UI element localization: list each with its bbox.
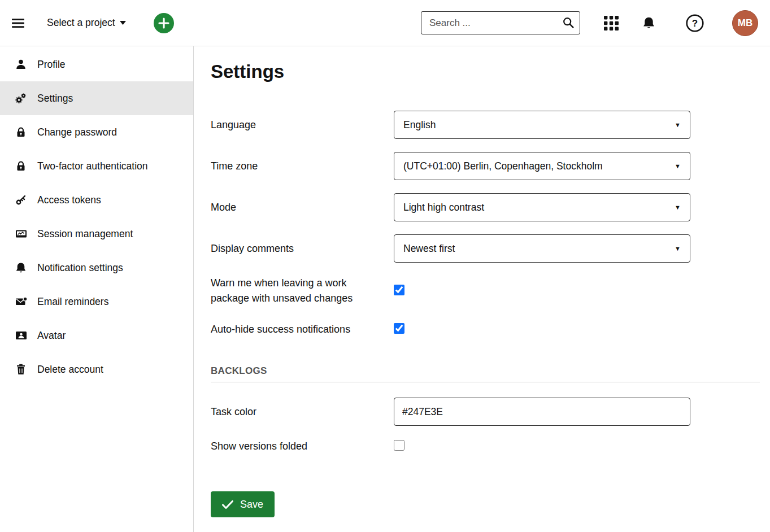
language-row: Language English ▼ xyxy=(211,111,760,139)
sidebar-item-change-password[interactable]: Change password xyxy=(0,115,193,149)
gears-icon xyxy=(14,92,28,104)
question-icon: ? xyxy=(686,14,704,32)
warn-unsaved-label: Warn me when leaving a work package with… xyxy=(211,276,394,306)
settings-panel: Settings Language English ▼ Time zone (U… xyxy=(194,46,770,532)
task-color-label: Task color xyxy=(211,404,394,420)
project-selector[interactable]: Select a project xyxy=(47,17,126,29)
chevron-down-icon: ▼ xyxy=(675,163,681,169)
autohide-success-row: Auto-hide success notifications xyxy=(211,322,760,337)
project-selector-label: Select a project xyxy=(47,17,115,29)
sidebar-item-session-management[interactable]: Session management xyxy=(0,217,193,251)
autohide-success-label: Auto-hide success notifications xyxy=(211,322,394,337)
sidebar-item-access-tokens[interactable]: Access tokens xyxy=(0,183,193,217)
timezone-select-value: (UTC+01:00) Berlin, Copenhagen, Stockhol… xyxy=(403,160,603,172)
timezone-select[interactable]: (UTC+01:00) Berlin, Copenhagen, Stockhol… xyxy=(394,152,690,180)
chevron-down-icon: ▼ xyxy=(675,204,681,211)
sidebar-item-delete-account[interactable]: Delete account xyxy=(0,352,193,386)
user-icon xyxy=(14,59,28,70)
key-icon xyxy=(14,194,28,206)
user-avatar[interactable]: MB xyxy=(732,10,758,36)
topbar: Select a project xyxy=(0,0,770,46)
grid-icon xyxy=(604,16,619,30)
chevron-down-icon: ▼ xyxy=(675,245,681,252)
sidebar-item-avatar[interactable]: Avatar xyxy=(0,319,193,352)
timezone-row: Time zone (UTC+01:00) Berlin, Copenhagen… xyxy=(211,152,760,180)
language-select[interactable]: English ▼ xyxy=(394,111,690,139)
sidebar-item-two-factor-authentication[interactable]: Two-factor authentication xyxy=(0,149,193,183)
image-icon xyxy=(14,330,28,341)
check-icon xyxy=(222,500,233,509)
lock-icon xyxy=(14,127,28,138)
page-title: Settings xyxy=(211,61,760,82)
sidebar-item-label: Change password xyxy=(37,127,117,138)
task-color-row: Task color xyxy=(211,398,760,426)
language-select-value: English xyxy=(403,119,436,131)
sidebar-item-label: Notification settings xyxy=(37,262,123,274)
sidebar-item-label: Email reminders xyxy=(37,296,108,308)
sidebar-item-label: Two-factor authentication xyxy=(37,160,148,172)
apps-grid-button[interactable] xyxy=(604,16,619,30)
screen-icon xyxy=(14,228,28,239)
add-button[interactable] xyxy=(153,12,175,34)
content-layout: Profile xyxy=(0,46,770,532)
search-icon[interactable] xyxy=(563,17,574,28)
show-versions-folded-label: Show versions folded xyxy=(211,439,394,454)
chevron-down-icon: ▼ xyxy=(675,121,681,128)
search-box xyxy=(421,11,580,34)
two-factor-lock-icon xyxy=(14,160,28,172)
plus-icon xyxy=(153,12,175,34)
sidebar-item-settings[interactable]: Settings xyxy=(0,81,193,115)
save-button[interactable]: Save xyxy=(211,491,275,517)
sidebar-item-label: Delete account xyxy=(37,364,103,376)
sidebar-item-email-reminders[interactable]: Email reminders xyxy=(0,285,193,319)
save-button-label: Save xyxy=(240,499,263,511)
autohide-success-checkbox[interactable] xyxy=(394,323,404,334)
mode-row: Mode Light high contrast ▼ xyxy=(211,193,760,221)
hamburger-icon xyxy=(12,18,24,28)
display-comments-label: Display comments xyxy=(211,241,394,256)
show-versions-folded-row: Show versions folded xyxy=(211,439,760,454)
sidebar-item-profile[interactable]: Profile xyxy=(0,47,193,81)
menu-button[interactable] xyxy=(12,18,24,28)
trash-icon xyxy=(14,364,28,375)
warn-unsaved-checkbox[interactable] xyxy=(394,285,404,295)
show-versions-folded-checkbox[interactable] xyxy=(394,440,404,451)
backlogs-heading: BACKLOGS xyxy=(211,365,760,377)
sidebar-item-notification-settings[interactable]: Notification settings xyxy=(0,251,193,285)
svg-text:?: ? xyxy=(692,18,698,29)
timezone-label: Time zone xyxy=(211,159,394,174)
display-comments-select[interactable]: Newest first ▼ xyxy=(394,234,690,263)
sidebar-item-label: Avatar xyxy=(37,330,66,342)
warn-unsaved-row: Warn me when leaving a work package with… xyxy=(211,276,760,306)
language-label: Language xyxy=(211,117,394,133)
mode-select-value: Light high contrast xyxy=(403,202,484,213)
email-icon xyxy=(14,296,28,307)
notifications-button[interactable] xyxy=(642,16,655,30)
bell-icon xyxy=(14,262,28,274)
search-input[interactable] xyxy=(421,11,580,34)
backlogs-divider xyxy=(211,382,760,382)
account-sidebar: Profile xyxy=(0,46,194,532)
sidebar-item-label: Profile xyxy=(37,59,66,71)
sidebar-item-label: Session management xyxy=(37,228,133,240)
sidebar-item-label: Settings xyxy=(37,93,73,104)
help-button[interactable]: ? xyxy=(686,14,704,32)
bell-icon xyxy=(642,16,655,30)
chevron-down-icon xyxy=(120,21,126,25)
display-comments-row: Display comments Newest first ▼ xyxy=(211,234,760,263)
task-color-input[interactable] xyxy=(394,398,690,426)
mode-label: Mode xyxy=(211,200,394,215)
sidebar-item-label: Access tokens xyxy=(37,194,101,206)
display-comments-select-value: Newest first xyxy=(403,243,455,255)
mode-select[interactable]: Light high contrast ▼ xyxy=(394,193,690,221)
